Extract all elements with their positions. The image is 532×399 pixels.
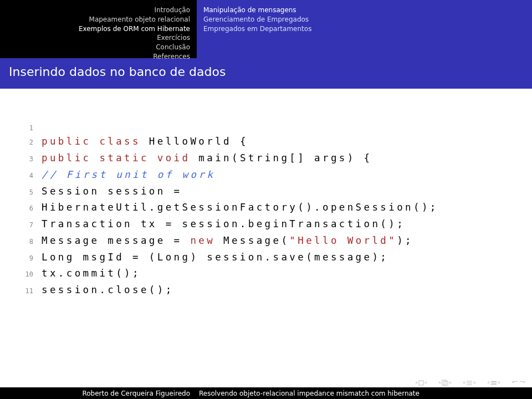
code-line: 11session.close(); bbox=[19, 282, 513, 299]
nav-subsection-item[interactable]: Manipulação de mensagens bbox=[203, 6, 532, 15]
nav-section-item[interactable]: Exemplos de ORM com Hibernate bbox=[4, 24, 190, 34]
nav-section-item[interactable]: Exercícios bbox=[4, 33, 190, 43]
code-text: // First unit of work bbox=[42, 167, 215, 183]
nav-section-item[interactable]: Conclusão bbox=[4, 43, 190, 52]
line-number: 3 bbox=[19, 150, 33, 167]
nav-subsections: Manipulação de mensagensGerenciamento de… bbox=[197, 0, 532, 58]
code-text: HibernateUtil.getSessionFactory().openSe… bbox=[42, 200, 438, 216]
nav-section-icon[interactable] bbox=[488, 380, 504, 386]
code-text: Message message = new Message("Hello Wor… bbox=[42, 233, 413, 249]
code-line: 6HibernateUtil.getSessionFactory().openS… bbox=[19, 200, 513, 216]
nav-sections: IntroduçãoMapeamento objeto relacionalEx… bbox=[0, 0, 197, 58]
footer-author: Roberto de Cerqueira Figueiredo bbox=[0, 390, 197, 397]
nav-section-item[interactable]: Introdução bbox=[4, 6, 190, 15]
line-number: 11 bbox=[19, 282, 33, 299]
code-line: 2public class HelloWorld { bbox=[19, 134, 513, 150]
line-number: 9 bbox=[19, 249, 33, 266]
nav-frame-icon[interactable] bbox=[439, 380, 456, 386]
code-text: Long msgId = (Long) session.save(message… bbox=[42, 249, 388, 266]
line-number: 5 bbox=[19, 183, 33, 200]
code-line: 4// First unit of work bbox=[19, 167, 513, 183]
code-line: 1 bbox=[19, 119, 513, 134]
footer-title: Resolvendo objeto-relacional impedance m… bbox=[197, 390, 532, 397]
nav-section-item[interactable]: References bbox=[4, 52, 190, 62]
code-line: 10tx.commit(); bbox=[19, 265, 513, 282]
nav-subsection-icon[interactable] bbox=[463, 380, 480, 386]
code-block: 12public class HelloWorld {3public stati… bbox=[0, 89, 532, 299]
code-line: 5Session session = bbox=[19, 183, 513, 200]
code-text: public class HelloWorld { bbox=[42, 134, 248, 150]
code-line: 9Long msgId = (Long) session.save(messag… bbox=[19, 249, 513, 266]
code-text: Transaction tx = session.beginTransactio… bbox=[42, 216, 405, 233]
nav-section-item[interactable]: Mapeamento objeto relacional bbox=[4, 15, 190, 24]
line-number: 4 bbox=[19, 167, 33, 183]
code-text: public static void main(String[] args) { bbox=[42, 150, 372, 167]
code-line: 3public static void main(String[] args) … bbox=[19, 150, 513, 167]
nav-back-forward-icon[interactable] bbox=[512, 380, 525, 386]
footer: Roberto de Cerqueira Figueiredo Resolven… bbox=[0, 387, 532, 399]
code-line: 7Transaction tx = session.beginTransacti… bbox=[19, 216, 513, 233]
line-number: 8 bbox=[19, 233, 33, 249]
line-number: 6 bbox=[19, 200, 33, 216]
nav-slide-icon[interactable] bbox=[416, 380, 431, 386]
code-text: session.close(); bbox=[42, 282, 174, 299]
nav-subsection-item[interactable]: Empregados em Departamentos bbox=[203, 24, 532, 34]
beamer-nav-symbols bbox=[416, 380, 525, 386]
header: IntroduçãoMapeamento objeto relacionalEx… bbox=[0, 0, 532, 58]
slide-title: Inserindo dados no banco de dados bbox=[0, 58, 532, 89]
code-text: tx.commit(); bbox=[42, 265, 141, 282]
code-line: 8Message message = new Message("Hello Wo… bbox=[19, 233, 513, 249]
line-number: 10 bbox=[19, 265, 33, 282]
code-text: Session session = bbox=[42, 183, 182, 200]
line-number: 1 bbox=[19, 119, 33, 134]
svg-rect-0 bbox=[419, 381, 423, 385]
line-number: 2 bbox=[19, 134, 33, 150]
nav-subsection-item[interactable]: Gerenciamento de Empregados bbox=[203, 15, 532, 24]
line-number: 7 bbox=[19, 216, 33, 233]
